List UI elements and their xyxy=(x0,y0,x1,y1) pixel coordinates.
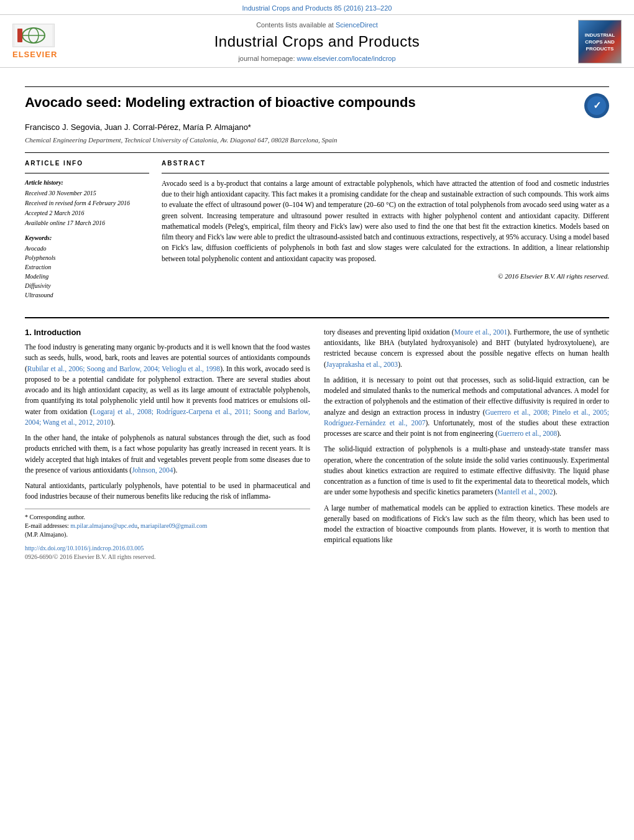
ref-guerrero[interactable]: Guerrero et al., 2008; Pinelo et al., 20… xyxy=(324,408,609,427)
journal-issue-info: Industrial Crops and Products 85 (2016) … xyxy=(242,4,392,12)
header-row: ELSEVIER Contents lists available at Sci… xyxy=(0,14,634,68)
intro-para-3: Natural antioxidants, particularly polyp… xyxy=(25,481,310,502)
abstract-label: ABSTRACT xyxy=(162,159,609,168)
elsevier-logo-image xyxy=(12,24,55,47)
intro-heading: 1. Introduction xyxy=(25,327,310,338)
sciencedirect-link: Contents lists available at ScienceDirec… xyxy=(62,21,572,30)
abstract-divider xyxy=(162,173,609,173)
article-history-label: Article history: xyxy=(25,178,149,187)
doi-area: http://dx.doi.org/10.1016/j.indcrop.2016… xyxy=(25,544,310,561)
doi-link-line: http://dx.doi.org/10.1016/j.indcrop.2016… xyxy=(25,544,310,553)
email1-link[interactable]: m.pilar.almajano@upc.edu xyxy=(70,522,137,529)
email-label: E-mail addresses: xyxy=(25,522,69,529)
svg-rect-4 xyxy=(17,29,22,42)
keyword-diffusivity: Diffusivity xyxy=(25,282,149,290)
journal-top-bar: Industrial Crops and Products 85 (2016) … xyxy=(0,0,634,14)
intro-para-2: In the other hand, the intake of polyphe… xyxy=(25,433,310,476)
main-body-divider xyxy=(25,317,609,318)
ref-rubilar[interactable]: Rubilar et al., 2006; Soong and Barlow, … xyxy=(27,365,220,372)
article-info-abstract-row: ARTICLE INFO Article history: Received 3… xyxy=(25,159,609,306)
footnote-area: * Corresponding author. E-mail addresses… xyxy=(25,509,310,539)
journal-homepage-link[interactable]: www.elsevier.com/locate/indcrop xyxy=(297,55,396,62)
ref-mantell[interactable]: Mantell et al., 2002 xyxy=(497,488,553,496)
footnote-name: (M.P. Almajano). xyxy=(25,530,310,539)
right-para-3: The solid-liquid extraction of polypheno… xyxy=(324,444,609,497)
doi-anchor[interactable]: http://dx.doi.org/10.1016/j.indcrop.2016… xyxy=(25,545,144,552)
received-date: Received 30 November 2015 xyxy=(25,189,149,198)
copyright-notice: © 2016 Elsevier B.V. All rights reserved… xyxy=(162,272,609,281)
body-two-col: 1. Introduction The food industry is gen… xyxy=(25,327,609,561)
footnote-star: * Corresponding author. xyxy=(25,513,310,522)
article-affiliation: Chemical Engineering Department, Technic… xyxy=(25,136,609,145)
body-right-col: tory diseases and preventing lipid oxida… xyxy=(324,327,609,561)
elsevier-logo: ELSEVIER xyxy=(12,24,62,60)
page: Industrial Crops and Products 85 (2016) … xyxy=(0,0,634,840)
keyword-avocado: Avocado xyxy=(25,244,149,253)
article-info-label: ARTICLE INFO xyxy=(25,159,149,168)
article-info-column: ARTICLE INFO Article history: Received 3… xyxy=(25,159,149,306)
sciencedirect-anchor[interactable]: ScienceDirect xyxy=(336,21,378,29)
issn-line: 0926-6690/© 2016 Elsevier B.V. All right… xyxy=(25,553,310,561)
ref-logaraj[interactable]: Logaraj et al., 2008; Rodríguez-Carpena … xyxy=(25,408,310,426)
journal-title: Industrial Crops and Products xyxy=(62,31,572,52)
abstract-text: Avocado seed is a by-product that contai… xyxy=(162,178,609,264)
journal-right-logo: INDUSTRIAL CROPS AND PRODUCTS xyxy=(572,20,622,63)
keyword-polyphenols: Polyphenols xyxy=(25,254,149,262)
right-para-1: tory diseases and preventing lipid oxida… xyxy=(324,327,609,370)
email2-link[interactable]: mariapilare09@gmail.com xyxy=(140,522,207,529)
right-para-4: A large number of mathematical models ca… xyxy=(324,503,609,546)
article-history-group: Article history: Received 30 November 20… xyxy=(25,178,149,228)
elsevier-wordmark: ELSEVIER xyxy=(12,49,57,60)
right-para-2: In addition, it is necessary to point ou… xyxy=(324,375,609,440)
online-date: Available online 17 March 2016 xyxy=(25,219,149,228)
article-info-divider xyxy=(25,173,149,173)
keyword-modeling: Modeling xyxy=(25,272,149,281)
keyword-extraction: Extraction xyxy=(25,263,149,272)
ref-jayaprakasha[interactable]: Jayaprakasha et al., 2003 xyxy=(326,361,398,368)
revised-date: Received in revised form 4 February 2016 xyxy=(25,199,149,208)
intro-para-1: The food industry is generating many org… xyxy=(25,342,310,428)
body-left-col: 1. Introduction The food industry is gen… xyxy=(25,327,310,561)
ref-moure[interactable]: Moure et al., 2001 xyxy=(454,328,508,336)
article-authors: Francisco J. Segovia, Juan J. Corral-Pér… xyxy=(25,122,609,133)
accepted-date: Accepted 2 March 2016 xyxy=(25,209,149,218)
keywords-label: Keywords: xyxy=(25,234,149,242)
title-divider-bottom xyxy=(25,152,609,153)
journal-homepage: journal homepage: www.elsevier.com/locat… xyxy=(62,54,572,63)
ref-guerrero2[interactable]: Guerrero et al., 2008 xyxy=(498,430,557,437)
keyword-ultrasound: Ultrasound xyxy=(25,291,149,300)
article-title: Avocado seed: Modeling extraction of bio… xyxy=(25,93,572,113)
article-content: Avocado seed: Modeling extraction of bio… xyxy=(0,68,634,573)
ref-johnson[interactable]: Johnson, 2004 xyxy=(132,466,173,474)
svg-text:✓: ✓ xyxy=(593,100,601,111)
title-divider-top xyxy=(25,86,609,87)
abstract-column: ABSTRACT Avocado seed is a by-product th… xyxy=(162,159,609,306)
journal-center: Contents lists available at ScienceDirec… xyxy=(62,21,572,63)
journal-cover-image: INDUSTRIAL CROPS AND PRODUCTS xyxy=(578,20,622,63)
article-title-row: Avocado seed: Modeling extraction of bio… xyxy=(25,93,609,118)
crossmark-badge: ✓ xyxy=(584,93,609,118)
footnote-email-row: E-mail addresses: m.pilar.almajano@upc.e… xyxy=(25,522,310,530)
keywords-group: Keywords: Avocado Polyphenols Extraction… xyxy=(25,234,149,300)
